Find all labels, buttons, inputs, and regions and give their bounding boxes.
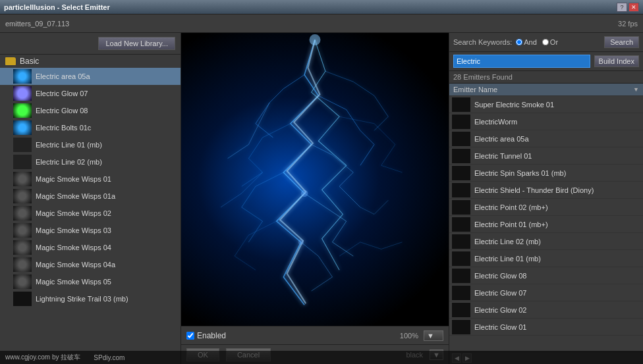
- bottom-controls: Enabled 100% ▼: [181, 326, 449, 344]
- result-item[interactable]: ElectricWorm: [449, 113, 643, 130]
- search-input-row: Build Index: [449, 52, 643, 71]
- emitter-item[interactable]: Electric Bolts 01c: [0, 119, 181, 136]
- and-radio-wrap[interactable]: And: [516, 38, 537, 46]
- search-row: Search Keywords: And Or Search: [449, 33, 643, 52]
- emitter-item[interactable]: Magic Smoke Wisps 02: [0, 205, 181, 222]
- center-panel: Enabled 100% ▼ OK Cancel black ▼: [181, 33, 449, 364]
- search-button[interactable]: Search: [604, 36, 639, 48]
- result-item[interactable]: Super Electric Smoke 01: [449, 96, 643, 113]
- result-thumb: [452, 234, 470, 249]
- folder-icon: [5, 57, 16, 65]
- result-thumb: [452, 115, 470, 129]
- result-item[interactable]: Electric Line 01 (mb): [449, 250, 643, 267]
- result-label: Electric Shield - Thunder Bird (Diony): [474, 186, 594, 194]
- or-radio[interactable]: [542, 39, 549, 45]
- result-thumb: [452, 183, 470, 197]
- emitter-item[interactable]: Lightning Strike Trail 03 (mb): [0, 290, 181, 307]
- result-thumb: [452, 286, 470, 300]
- result-thumb: [452, 166, 470, 180]
- left-panel: Load New Library... Basic Electric area …: [0, 33, 181, 364]
- result-label: Electric Line 02 (mb): [474, 238, 541, 246]
- emitter-thumb: [13, 69, 32, 84]
- enabled-checkbox[interactable]: [186, 332, 194, 340]
- emitter-item[interactable]: Magic Smoke Wisps 05: [0, 273, 181, 290]
- emitter-thumb: [13, 155, 32, 169]
- help-button[interactable]: ?: [617, 3, 627, 12]
- search-input[interactable]: [453, 55, 590, 68]
- result-item[interactable]: Electric Point 02 (mb+): [449, 199, 643, 216]
- preview-area: [181, 33, 449, 326]
- result-item[interactable]: Electric Line 02 (mb): [449, 233, 643, 250]
- result-item[interactable]: Electric area 05a: [449, 130, 643, 147]
- folder-basic[interactable]: Basic: [0, 55, 181, 68]
- emitter-item[interactable]: Magic Smoke Wisps 03: [0, 222, 181, 239]
- emitter-label: Electric Line 01 (mb): [36, 141, 102, 149]
- enabled-checkbox-wrap[interactable]: Enabled: [186, 331, 226, 340]
- and-radio[interactable]: [516, 39, 522, 45]
- emitter-item[interactable]: Electric Glow 08: [0, 102, 181, 119]
- emitter-item[interactable]: Magic Smoke Wisps 01a: [0, 188, 181, 205]
- result-item[interactable]: Electric Glow 07: [449, 284, 643, 301]
- emitter-label: Magic Smoke Wisps 04: [36, 244, 111, 251]
- emitter-item[interactable]: Magic Smoke Wisps 04a: [0, 256, 181, 273]
- percent-label: 100%: [400, 332, 418, 340]
- result-label: Electric area 05a: [474, 135, 529, 143]
- found-label: 28 Emitters Found: [449, 71, 643, 84]
- result-thumb: [452, 303, 470, 317]
- emitter-thumb: [13, 172, 32, 186]
- search-keywords-label: Search Keywords:: [453, 38, 512, 46]
- result-label: ElectricWorm: [474, 118, 517, 126]
- percent-dropdown[interactable]: ▼: [424, 330, 443, 341]
- emitter-thumb: [13, 138, 32, 152]
- result-item[interactable]: Electric Spin Sparks 01 (mb): [449, 165, 643, 182]
- or-label: Or: [550, 38, 558, 46]
- result-label: Electric Glow 02: [474, 306, 526, 314]
- svg-point-1: [301, 190, 308, 197]
- svg-point-2: [298, 240, 304, 245]
- close-button[interactable]: ✕: [629, 3, 639, 12]
- and-label: And: [524, 38, 537, 46]
- emitter-item[interactable]: Magic Smoke Wisps 01: [0, 170, 181, 188]
- result-thumb: [452, 269, 470, 283]
- emitter-label: Electric Bolts 01c: [36, 124, 91, 132]
- result-label: Electric Glow 08: [474, 272, 526, 280]
- folder-label: Basic: [20, 57, 39, 66]
- emitter-item[interactable]: Electric Line 02 (mb): [0, 153, 181, 170]
- emitter-item[interactable]: Electric Line 01 (mb): [0, 136, 181, 153]
- result-thumb: [452, 200, 470, 215]
- emitter-thumb: [13, 292, 32, 306]
- emitter-item[interactable]: Electric area 05a: [0, 68, 181, 85]
- or-radio-wrap[interactable]: Or: [542, 38, 558, 46]
- result-label: Electric Spin Sparks 01 (mb): [474, 169, 566, 177]
- result-thumb: [452, 217, 470, 232]
- emitter-label: Magic Smoke Wisps 05: [36, 278, 111, 286]
- enabled-label: Enabled: [197, 331, 226, 340]
- emitter-item[interactable]: Electric Glow 07: [0, 85, 181, 102]
- emitter-item[interactable]: Magic Smoke Wisps 04: [0, 239, 181, 256]
- result-item[interactable]: Electric Point 01 (mb+): [449, 216, 643, 233]
- emitter-tree: Basic Electric area 05a Electric Glow 07…: [0, 55, 181, 364]
- result-thumb: [452, 132, 470, 146]
- emitter-thumb: [13, 223, 32, 238]
- emitter-thumb: [13, 206, 32, 221]
- right-panel: Search Keywords: And Or Search Build Ind…: [449, 33, 643, 364]
- library-path: emitters_09_07.113: [5, 20, 486, 28]
- electric-svg: [181, 33, 449, 326]
- load-library-button[interactable]: Load New Library...: [98, 37, 175, 50]
- result-item[interactable]: Electric Glow 02: [449, 301, 643, 319]
- result-item[interactable]: Electric Glow 01: [449, 319, 643, 336]
- emitter-label: Magic Smoke Wisps 03: [36, 226, 111, 234]
- emitter-thumb: [13, 86, 32, 101]
- emitter-thumb: [13, 240, 32, 255]
- build-index-button[interactable]: Build Index: [594, 55, 639, 67]
- emitter-label: Lightning Strike Trail 03 (mb): [36, 295, 128, 303]
- emitter-label: Electric area 05a: [36, 72, 90, 80]
- main-container: emitters_09_07.113 32 fps Load New Libra…: [0, 14, 643, 364]
- result-item[interactable]: Electric Shield - Thunder Bird (Diony): [449, 182, 643, 199]
- sort-arrow-icon: ▼: [633, 86, 639, 93]
- result-thumb: [452, 251, 470, 266]
- emitter-thumb: [13, 189, 32, 203]
- result-item[interactable]: Electric Glow 08: [449, 267, 643, 284]
- result-item[interactable]: Electric Tunnel 01: [449, 147, 643, 165]
- emitter-label: Magic Smoke Wisps 01: [36, 175, 111, 183]
